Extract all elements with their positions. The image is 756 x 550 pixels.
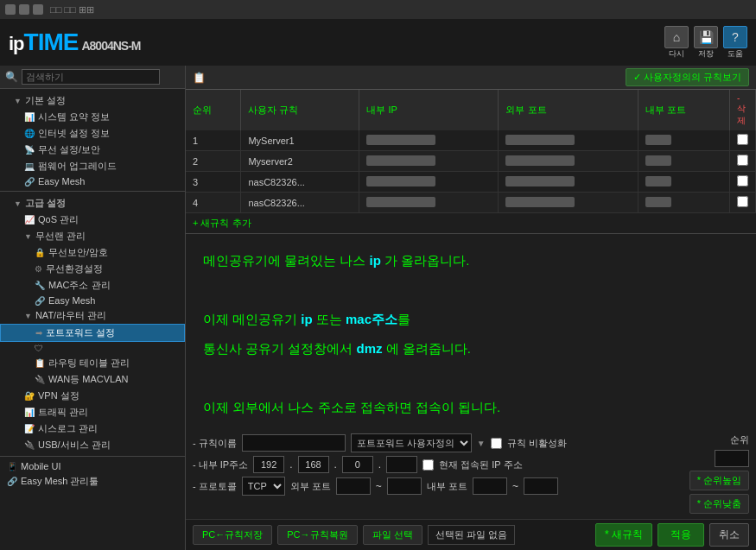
add-rule-btn[interactable]: + 새규칙 추가	[186, 213, 756, 233]
sidebar-item-nat-label: NAT/라우터 관리	[35, 309, 106, 322]
portfwd-icon: ➡	[35, 328, 42, 338]
rule-disable-label: 규칙 비활성화	[507, 437, 567, 450]
row3-name: nasC82326...	[241, 172, 359, 193]
titlebar: □□ □□ ⊞⊞	[0, 0, 756, 19]
sidebar-item-advanced[interactable]: ▼ 고급 설정	[0, 195, 185, 212]
row1-delete[interactable]	[730, 130, 756, 151]
sidebar-item-syslog[interactable]: 📝 시스로그 관리	[0, 420, 185, 437]
row2-checkbox[interactable]	[737, 155, 748, 166]
sidebar-item-usb[interactable]: 🔌 USB/서비스 관리	[0, 437, 185, 453]
ip-octet-2[interactable]	[298, 456, 329, 473]
sidebar-item-wanmac[interactable]: 🔌 WAN등 MACVLAN	[0, 371, 185, 388]
table-row[interactable]: 4 nasC82326...	[186, 193, 756, 213]
qos-icon: 📈	[24, 215, 35, 224]
sidebar-footer-easymesh[interactable]: 🔗 Easy Mesh 관리툴	[0, 473, 185, 490]
sidebar-item-basic[interactable]: ▼ 기본 설정	[0, 92, 185, 109]
rule-type-select[interactable]: 포트포워드 사용자정의	[351, 433, 472, 452]
titlebar-icons: □□ □□ ⊞⊞	[50, 4, 94, 16]
rank-up-btn[interactable]: * 순위높임	[689, 471, 749, 490]
apply-btn[interactable]: 적용	[658, 523, 704, 547]
sidebar-item-dmz[interactable]: 🛡	[0, 342, 185, 355]
header-home-btn[interactable]: ⌂ 다시	[664, 26, 689, 60]
mesh-icon-2: 🔗	[35, 296, 45, 306]
row1-checkbox[interactable]	[737, 134, 748, 145]
table-body: 1 MyServer1 2 Myserver2	[186, 130, 756, 213]
protocol-select[interactable]: TCP UDP	[242, 477, 285, 496]
sidebar-item-wificfg[interactable]: ⚙ 무선환경설정	[0, 261, 185, 277]
sidebar-divider-2	[0, 456, 185, 457]
sidebar-item-traffic[interactable]: 📊 트래픽 관리	[0, 404, 185, 420]
sidebar-item-qos[interactable]: 📈 QoS 관리	[0, 212, 185, 228]
inner-port-label: 내부 포트	[427, 480, 467, 493]
outer-port-start[interactable]	[336, 477, 371, 495]
ip-octet-4[interactable]	[386, 456, 417, 473]
row4-checkbox[interactable]	[737, 196, 748, 207]
rank-input[interactable]	[715, 450, 749, 467]
advanced-arrow-icon: ▼	[14, 199, 22, 208]
syslog-icon: 📝	[24, 424, 35, 433]
sidebar-item-portfwd[interactable]: ➡ 포트포워드 설정	[0, 324, 185, 342]
rank-down-btn[interactable]: * 순위낮춤	[689, 494, 749, 514]
bottom-action-row: PC←규칙저장 PC→규칙복원 파일 선택 선택된 파일 없음 * 새규칙 적용…	[186, 519, 756, 550]
rule-name-input[interactable]	[242, 434, 346, 452]
sidebar-footer-mobile-label: Mobile UI	[21, 461, 60, 471]
pc-restore-btn[interactable]: PC→규칙복원	[277, 525, 357, 545]
row3-rank: 3	[186, 172, 241, 193]
row4-rank: 4	[186, 193, 241, 213]
inner-port-start[interactable]	[473, 477, 507, 495]
mobile-icon: 📱	[7, 462, 17, 471]
ip-octet-3[interactable]	[342, 456, 373, 473]
sidebar-item-easymesh1[interactable]: 🔗 Easy Mesh	[0, 174, 185, 188]
sidebar-item-easymesh2[interactable]: 🔗 Easy Mesh	[0, 294, 185, 307]
msg-line-spacer	[203, 277, 739, 303]
sidebar-item-portfwd-label: 포트포워드 설정	[46, 326, 115, 339]
row3-checkbox[interactable]	[737, 175, 748, 186]
ip-sep-3: .	[378, 458, 381, 471]
sidebar-item-vpn[interactable]: 🔐 VPN 설정	[0, 388, 185, 404]
row2-delete[interactable]	[730, 151, 756, 172]
current-ip-checkbox[interactable]	[422, 459, 434, 471]
table-row[interactable]: 1 MyServer1	[186, 130, 756, 151]
sidebar-item-mac[interactable]: 🔧 MAC주소 관리	[0, 277, 185, 294]
tilde-1: ~	[376, 480, 382, 492]
sidebar-footer-mobile[interactable]: 📱 Mobile UI	[0, 459, 185, 473]
header-help-btn[interactable]: ? 도움	[723, 26, 747, 60]
header-save-btn[interactable]: 💾 저장	[694, 26, 718, 60]
row4-delete[interactable]	[730, 193, 756, 213]
titlebar-btn-3[interactable]	[33, 4, 43, 15]
firmware-icon: 💻	[24, 161, 35, 171]
sidebar-item-wifi[interactable]: 📡 무선 설정/보안	[0, 142, 185, 158]
row3-outer-port	[499, 172, 638, 193]
rule-disable-checkbox[interactable]	[491, 438, 502, 449]
sidebar-item-wifisec[interactable]: 🔒 무선보안/암호	[0, 244, 185, 261]
th-rank: 순위	[186, 90, 241, 130]
row2-outer-port	[499, 151, 638, 172]
sidebar-item-wificfg-label: 무선환경설정	[46, 262, 103, 275]
sidebar-item-nat[interactable]: ▼ NAT/라우터 관리	[0, 307, 185, 324]
msg-line-1: 메인공유기에 물려있는 나스 ip 가 올라옵니다.	[203, 248, 739, 274]
inner-port-end[interactable]	[524, 477, 558, 495]
row3-delete[interactable]	[730, 172, 756, 193]
sidebar-item-internet[interactable]: 🌐 인터넷 설정 정보	[0, 125, 185, 142]
search-input[interactable]	[22, 69, 160, 85]
sidebar-item-wireless[interactable]: ▼ 무선랜 관리	[0, 228, 185, 244]
sidebar-item-firmware[interactable]: 💻 펌웨어 업그레이드	[0, 158, 185, 174]
sidebar-item-routing[interactable]: 📋 라우팅 테이블 관리	[0, 355, 185, 371]
file-select-btn[interactable]: 파일 선택	[363, 525, 422, 545]
dmz-icon: 🛡	[35, 344, 43, 353]
sidebar-item-traffic-label: 트래픽 관리	[38, 406, 88, 419]
cancel-btn[interactable]: 취소	[709, 523, 749, 547]
titlebar-btn-1[interactable]	[5, 4, 16, 15]
table-row[interactable]: 3 nasC82326...	[186, 172, 756, 193]
rank-col: 순위 * 순위높임 * 순위낮춤	[670, 428, 756, 519]
table-row[interactable]: 2 Myserver2	[186, 151, 756, 172]
sidebar-item-easymesh2-label: Easy Mesh	[48, 295, 95, 306]
pc-save-btn[interactable]: PC←규칙저장	[193, 525, 272, 545]
rules-view-btn[interactable]: ✓ 사용자정의의 규칙보기	[626, 68, 749, 86]
new-rule-btn[interactable]: * 새규칙	[595, 523, 652, 547]
th-inner-ip: 내부 IP	[359, 90, 499, 130]
sidebar-item-sysinfo[interactable]: 📊 시스템 요약 정보	[0, 109, 185, 125]
titlebar-btn-2[interactable]	[19, 4, 29, 15]
outer-port-end[interactable]	[387, 477, 422, 495]
ip-octet-1[interactable]	[253, 456, 284, 473]
